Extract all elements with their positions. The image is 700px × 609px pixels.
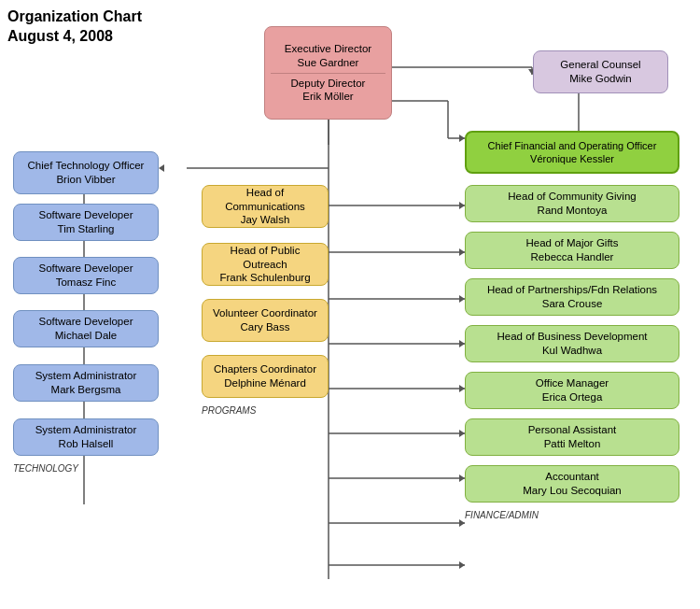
cfo-box: Chief Financial and Operating Officer Vé… [465,131,679,174]
cto-box: Chief Technology Officer Brion Vibber [13,151,159,194]
business-title: Head of Business Development [497,330,647,344]
executive-top: Executive Director Sue Gardner [271,42,385,74]
sw2-name: Tomasz Finc [56,276,117,290]
technology-label: TECHNOLOGY [13,463,78,474]
outreach-box: Head of Public Outreach Frank Schulenbur… [202,243,329,286]
sw1-name: Tim Starling [58,222,115,236]
chapters-box: Chapters Coordinator Delphine Ménard [202,355,329,398]
office-title: Office Manager [536,376,609,390]
sw2-title: Software Developer [39,262,133,276]
deputy-title: Deputy Director [291,77,366,91]
business-box: Head of Business Development Kul Wadhwa [465,325,679,362]
executive-name: Sue Gardner [271,56,385,70]
sw3-name: Michael Dale [55,329,117,343]
svg-marker-47 [459,519,465,527]
cfo-name: Véronique Kessler [530,152,614,165]
sw2-box: Software Developer Tomasz Finc [13,257,159,294]
programs-label: PROGRAMS [202,405,256,416]
business-name: Kul Wadhwa [542,344,602,358]
sw1-title: Software Developer [39,208,133,222]
chapters-title: Chapters Coordinator [214,362,316,376]
community-title: Head of Community Giving [508,190,636,204]
chart-title: Organization Chart August 4, 2008 [7,7,142,47]
community-box: Head of Community Giving Rand Montoya [465,185,679,222]
org-chart: Organization Chart August 4, 2008 [0,0,700,609]
sw1-box: Software Developer Tim Starling [13,204,159,241]
personal-name: Patti Melton [544,437,601,451]
major-name: Rebecca Handler [531,250,614,264]
title-line1: Organization Chart [7,7,142,27]
community-name: Rand Montoya [538,204,608,218]
sysadm2-box: System Administrator Rob Halsell [13,418,159,456]
volunteer-box: Volunteer Coordinator Cary Bass [202,299,329,342]
deputy-section: Deputy Director Erik Möller [291,77,366,105]
volunteer-name: Cary Bass [240,320,289,334]
svg-marker-49 [459,561,465,569]
personal-title: Personal Assistant [528,423,617,437]
accountant-name: Mary Lou Secoquian [523,484,621,498]
svg-marker-12 [159,164,164,172]
sw3-title: Software Developer [39,315,133,329]
sysadm2-title: System Administrator [35,423,137,437]
sysadm1-title: System Administrator [35,369,137,383]
office-box: Office Manager Erica Ortega [465,372,679,409]
partnerships-box: Head of Partnerships/Fdn Relations Sara … [465,278,679,316]
sysadm1-box: System Administrator Mark Bergsma [13,364,159,402]
sysadm1-name: Mark Bergsma [51,383,121,397]
cto-name: Brion Vibber [56,173,115,187]
gc-title: General Counsel [560,58,640,72]
gc-name: Mike Godwin [569,72,631,86]
comms-box: Head of Communications Jay Walsh [202,185,329,228]
general-counsel-box: General Counsel Mike Godwin [533,50,668,93]
executive-box: Executive Director Sue Gardner Deputy Di… [264,26,392,120]
chapters-name: Delphine Ménard [224,376,306,390]
accountant-title: Accountant [545,470,599,484]
partnerships-title: Head of Partnerships/Fdn Relations [487,283,657,297]
major-box: Head of Major Gifts Rebecca Handler [465,232,679,269]
outreach-name: Frank Schulenburg [219,271,310,285]
title-line2: August 4, 2008 [7,27,142,47]
sysadm2-name: Rob Halsell [59,437,114,451]
office-name: Erica Ortega [542,390,603,404]
major-title: Head of Major Gifts [525,236,618,250]
comms-title: Head of Communications [208,186,322,214]
comms-name: Jay Walsh [241,213,290,227]
outreach-title: Head of Public Outreach [208,244,322,272]
finance-label: FINANCE/ADMIN [465,510,539,520]
accountant-box: Accountant Mary Lou Secoquian [465,465,679,503]
sw3-box: Software Developer Michael Dale [13,310,159,347]
cto-title: Chief Technology Officer [28,159,145,173]
personal-box: Personal Assistant Patti Melton [465,418,679,456]
deputy-name: Erik Möller [291,90,366,104]
volunteer-title: Volunteer Coordinator [213,306,317,320]
cfo-title: Chief Financial and Operating Officer [488,139,657,152]
partnerships-name: Sara Crouse [542,297,603,311]
executive-title: Executive Director [271,42,385,56]
